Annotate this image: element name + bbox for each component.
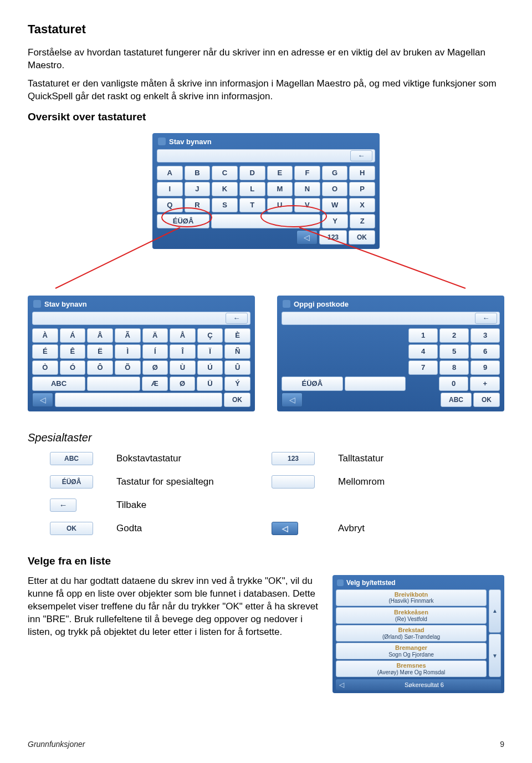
key-6[interactable]: 6	[470, 344, 500, 359]
key-v[interactable]: V	[294, 198, 320, 212]
key[interactable]: Ø	[170, 377, 196, 391]
key-y[interactable]: Y	[322, 214, 347, 228]
key[interactable]: Ó	[60, 360, 86, 375]
keyboard-input[interactable]: ←	[32, 312, 250, 325]
key[interactable]: Æ	[142, 377, 168, 391]
key[interactable]: Å	[170, 328, 196, 343]
key-q[interactable]: Q	[157, 198, 183, 212]
key-r[interactable]: R	[185, 198, 211, 212]
key[interactable]: Ô	[87, 360, 113, 375]
key-j[interactable]: J	[185, 182, 211, 196]
key-space[interactable]	[87, 377, 140, 391]
key-u[interactable]: U	[267, 198, 293, 212]
key[interactable]: Ì	[115, 344, 141, 359]
key-abc[interactable]: ABC	[32, 377, 85, 391]
123-label: Talltastatur	[338, 453, 449, 464]
intro-paragraph-2: Tastaturet er den vanligste måten å skri…	[28, 78, 504, 103]
key-2[interactable]: 2	[439, 328, 469, 343]
key-m[interactable]: M	[267, 182, 293, 196]
key-space[interactable]	[211, 214, 320, 228]
key-g[interactable]: G	[322, 166, 348, 180]
special-key-icon: ÉÜØÂ	[50, 475, 93, 489]
keyboard-input[interactable]: ←	[282, 312, 500, 325]
list-item[interactable]: Bremanger Sogn Og Fjordane	[336, 643, 487, 659]
key[interactable]: Ù	[170, 360, 196, 375]
key-ok[interactable]: OK	[473, 393, 500, 407]
key-n[interactable]: N	[294, 182, 320, 196]
key-t[interactable]: T	[239, 198, 265, 212]
key[interactable]: Ë	[87, 344, 113, 359]
key[interactable]: Ú	[197, 360, 223, 375]
key-b[interactable]: B	[185, 166, 211, 180]
key[interactable]: Î	[170, 344, 196, 359]
key-ok[interactable]: OK	[224, 393, 250, 407]
key[interactable]: Ý	[224, 377, 250, 391]
key-e[interactable]: E	[267, 166, 293, 180]
key-0[interactable]: 0	[439, 377, 469, 391]
key[interactable]: À	[32, 328, 58, 343]
key[interactable]: Â	[87, 328, 113, 343]
key-4[interactable]: 4	[408, 344, 438, 359]
key-1[interactable]: 1	[408, 328, 438, 343]
key[interactable]: Ñ	[224, 344, 250, 359]
key-a[interactable]: A	[157, 166, 183, 180]
key-123[interactable]: 123	[319, 230, 347, 245]
list-item[interactable]: Brekstad (Ørland) Sør-Trøndelag	[336, 625, 487, 642]
key-3[interactable]: 3	[470, 328, 500, 343]
key[interactable]: Ï	[197, 344, 223, 359]
scroll-down-icon[interactable]: ▼	[489, 634, 501, 677]
key-ok[interactable]: OK	[349, 230, 375, 245]
key-w[interactable]: W	[322, 198, 348, 212]
key-space[interactable]	[345, 377, 406, 391]
backspace-key[interactable]: ←	[226, 313, 248, 324]
key-i[interactable]: I	[157, 182, 183, 196]
key-d[interactable]: D	[239, 166, 265, 180]
key[interactable]: Ã	[115, 328, 141, 343]
list-item[interactable]: Breivikbotn (Hasvik) Finnmark	[336, 589, 487, 606]
key-5[interactable]: 5	[439, 344, 469, 359]
key-special[interactable]: ÉÜØÂ	[157, 214, 209, 228]
key[interactable]: Ä	[142, 328, 168, 343]
backspace-key[interactable]: ←	[475, 313, 497, 324]
key[interactable]: Ü	[197, 377, 223, 391]
key[interactable]: Ç	[197, 328, 223, 343]
back-icon[interactable]: ◁	[339, 681, 344, 689]
key[interactable]: Õ	[115, 360, 141, 375]
scrollbar[interactable]: ▲ ▼	[489, 589, 501, 678]
keyboard-input[interactable]: ←	[157, 149, 375, 162]
key[interactable]: Á	[60, 328, 86, 343]
keyboard-header: Oppgi postkode	[282, 299, 500, 312]
key-8[interactable]: 8	[439, 360, 469, 375]
key[interactable]: Í	[142, 344, 168, 359]
key[interactable]: É	[32, 344, 58, 359]
key-plus[interactable]: +	[470, 377, 500, 391]
key-9[interactable]: 9	[470, 360, 500, 375]
key[interactable]: Ò	[32, 360, 58, 375]
key-7[interactable]: 7	[408, 360, 438, 375]
key-c[interactable]: C	[212, 166, 238, 180]
page-number: 9	[500, 740, 504, 749]
key-blank[interactable]	[55, 393, 222, 407]
key-s[interactable]: S	[212, 198, 238, 212]
key[interactable]: Ê	[60, 344, 86, 359]
key-h[interactable]: H	[349, 166, 375, 180]
key-f[interactable]: F	[294, 166, 320, 180]
key-k[interactable]: K	[212, 182, 238, 196]
key-special[interactable]: ÉÜØÂ	[282, 377, 343, 391]
cancel-button[interactable]: ◁	[282, 393, 303, 407]
backspace-key[interactable]: ←	[350, 150, 372, 161]
key-l[interactable]: L	[239, 182, 265, 196]
key-o[interactable]: O	[322, 182, 348, 196]
cancel-button[interactable]: ◁	[32, 393, 53, 407]
cancel-button[interactable]: ◁	[296, 230, 318, 245]
key-x[interactable]: X	[349, 198, 375, 212]
key[interactable]: Ø	[142, 360, 168, 375]
key-p[interactable]: P	[349, 182, 375, 196]
scroll-up-icon[interactable]: ▲	[489, 589, 501, 633]
key[interactable]: Û	[224, 360, 250, 375]
key-z[interactable]: Z	[350, 214, 375, 228]
list-item[interactable]: Bremsnes (Averøy) Møre Og Romsdal	[336, 660, 487, 677]
list-item[interactable]: Brekkeåsen (Re) Vestfold	[336, 607, 487, 624]
key[interactable]: È	[224, 328, 250, 343]
key-abc[interactable]: ABC	[441, 393, 472, 407]
